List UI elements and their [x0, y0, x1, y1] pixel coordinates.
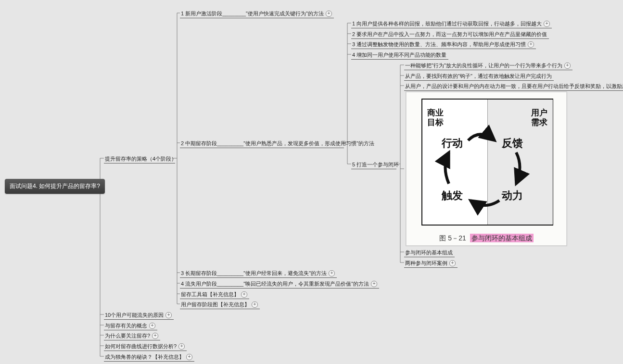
node-l1[interactable]: 一种能够把"行为"放大的良性循环，让用户的一个行为带来多个行为+ — [404, 61, 572, 70]
node-label: 2 中期留存阶段_________"使用户熟悉产品，发现更多价值，形成使用习惯"… — [181, 140, 374, 146]
node-l5[interactable]: 两种参与闭环案例+ — [404, 259, 458, 268]
expand-icon[interactable]: + — [564, 63, 571, 69]
expand-icon[interactable]: + — [241, 291, 247, 298]
expand-icon[interactable]: + — [252, 301, 258, 308]
node-label: 一种能够把"行为"放大的良性循环，让用户的一个行为带来多个行为 — [405, 63, 562, 68]
expand-icon[interactable]: + — [165, 312, 172, 318]
node-label: 3 长期留存阶段_________"使用户经常回来，避免流失"的方法 — [181, 270, 327, 276]
node-label: 与留存有关的概念 — [105, 323, 147, 328]
node-m4[interactable]: 4 增加同一用户使用不同产品功能的数量 — [351, 50, 448, 60]
expand-icon[interactable]: + — [186, 354, 192, 360]
expand-icon[interactable]: + — [528, 41, 534, 48]
node-label: 1 向用户提供各种各样的回报，鼓励他们通过行动获取回报，行动越多，回报越大 — [352, 21, 542, 26]
expand-icon[interactable]: + — [371, 281, 377, 287]
node-label: 2 要求用户在产品中投入一点努力，而这一点努力可以增加用户在产品里储藏的价值 — [352, 31, 547, 37]
mindmap-canvas: 面试问题4. 如何提升产品的留存率? 提升留存率的策略（4个阶段） 10个用户可… — [0, 0, 623, 364]
node-l3[interactable]: 从用户，产品的设计要和用户的内在动力相一致，且要在用户行动后给予反馈和奖励，以激… — [404, 82, 623, 91]
node-label: 10个用户可能流失的原因 — [105, 312, 164, 318]
node-s4[interactable]: 4 流失用户阶段_________"唤回已经流失的用户，令其重新发现产品价值"的… — [180, 279, 379, 289]
node-m3[interactable]: 3 通过调整触发物使用的数量、方法、频率和内容，帮助用户形成使用习惯+ — [351, 40, 536, 49]
expand-icon[interactable]: + — [544, 21, 550, 27]
node-label: 如何对留存曲线进行数据分析? — [105, 343, 177, 349]
node-l2[interactable]: 从产品，要找到有效的"钩子"，通过有效地触发让用户完成行为 — [404, 72, 554, 81]
node-m2[interactable]: 2 要求用户在产品中投入一点努力，而这一点努力可以增加用户在产品里储藏的价值 — [351, 30, 549, 39]
node-label: 成为独角兽的秘诀？【补充信息】 — [105, 354, 184, 360]
expand-icon[interactable]: + — [178, 343, 185, 350]
node-label: 4 增加同一用户使用不同产品功能的数量 — [352, 52, 446, 58]
root-label: 面试问题4. 如何提升产品的留存率? — [10, 183, 100, 189]
node-curve[interactable]: 如何对留存曲线进行数据分析?+ — [104, 342, 187, 351]
node-label: 为什么要关注留存? — [105, 333, 150, 339]
node-label: 4 流失用户阶段_________"唤回已经流失的用户，令其重新发现产品价值"的… — [181, 281, 369, 287]
node-strategy[interactable]: 提升留存率的策略（4个阶段） — [104, 154, 175, 163]
expand-icon[interactable]: + — [152, 333, 158, 339]
node-label: 从产品，要找到有效的"钩子"，通过有效地触发让用户完成行为 — [405, 73, 552, 79]
node-label: 参与闭环的基本组成 — [405, 250, 453, 255]
node-label: 1 新用户激活阶段________"使用户快速完成关键行为"的方法 — [181, 11, 324, 16]
node-label: 3 通过调整触发物使用的数量、方法、频率和内容，帮助用户形成使用习惯 — [352, 41, 526, 47]
expand-icon[interactable]: + — [449, 260, 456, 266]
node-s5[interactable]: 留存工具箱【补充信息】+ — [180, 290, 249, 299]
fig-num: 图 5－21 — [439, 234, 466, 242]
node-s2[interactable]: 2 中期留存阶段_________"使用户熟悉产品，发现更多价值，形成使用习惯"… — [180, 139, 344, 148]
node-label: 两种参与闭环案例 — [405, 260, 447, 266]
expand-icon[interactable]: + — [149, 323, 155, 329]
node-concepts[interactable]: 与留存有关的概念+ — [104, 321, 157, 330]
node-label: 从用户，产品的设计要和用户的内在动力相一致，且要在用户行动后给予反馈和奖励，以激… — [405, 83, 623, 89]
node-reasons[interactable]: 10个用户可能流失的原因+ — [104, 311, 174, 320]
root-node[interactable]: 面试问题4. 如何提升产品的留存率? — [5, 179, 105, 194]
fig-title: 参与闭环的基本组成 — [470, 234, 534, 242]
node-unicorn[interactable]: 成为独角兽的秘诀？【补充信息】+ — [104, 352, 194, 362]
expand-icon[interactable]: + — [329, 270, 335, 276]
node-label: 用户留存阶段图【补充信息】 — [181, 301, 250, 307]
node-l4[interactable]: 参与闭环的基本组成 — [404, 248, 455, 257]
loop-arrows — [422, 100, 552, 225]
node-s3[interactable]: 3 长期留存阶段_________"使用户经常回来，避免流失"的方法+ — [180, 269, 337, 278]
image-caption: 图 5－21 参与闭环的基本组成 — [406, 234, 567, 243]
node-label: 留存工具箱【补充信息】 — [181, 291, 239, 297]
node-label: 提升留存率的策略（4个阶段） — [105, 156, 177, 162]
node-m5[interactable]: 5 打造一个参与闭环 — [351, 160, 396, 169]
node-label: 5 打造一个参与闭环 — [352, 162, 399, 167]
expand-icon[interactable]: + — [326, 11, 332, 17]
loop-diagram-image: 商业目标 用户需求 行动 反馈 触发 动力 图 5－21 参与闭环的基本组成 — [406, 91, 567, 246]
node-s1[interactable]: 1 新用户激活阶段________"使用户快速完成关键行为"的方法+ — [180, 9, 334, 18]
node-s6[interactable]: 用户留存阶段图【补充信息】+ — [180, 300, 260, 309]
node-why[interactable]: 为什么要关注留存?+ — [104, 331, 160, 340]
node-m1[interactable]: 1 向用户提供各种各样的回报，鼓励他们通过行动获取回报，行动越多，回报越大+ — [351, 19, 552, 28]
